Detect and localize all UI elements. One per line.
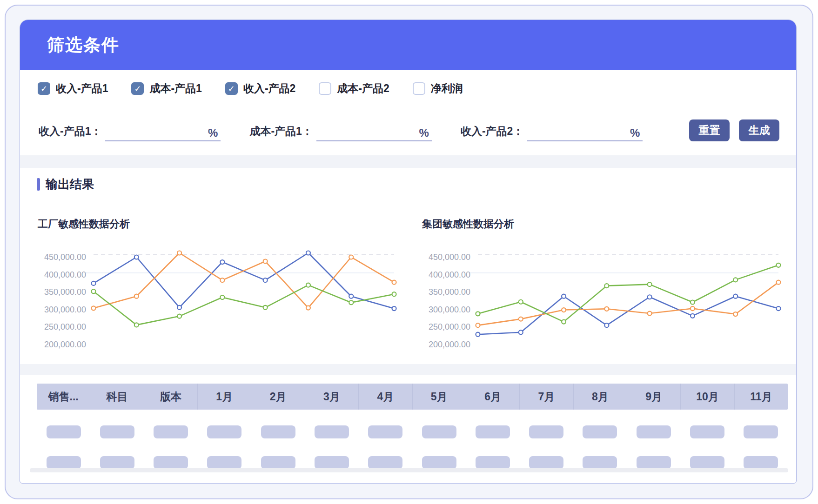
table-header-cell: 8月 [574,384,627,410]
table-cell [680,456,734,469]
svg-text:200,000.00: 200,000.00 [429,340,470,349]
section-divider [20,155,796,168]
placeholder-pill [261,425,295,438]
svg-text:200,000.00: 200,000.00 [44,340,86,349]
table-header-cell: 6月 [466,384,520,410]
table-header-cell: 版本 [144,384,198,410]
percent-input-group: 成本-产品1：% [249,123,431,141]
filter-input-row: 收入-产品1：%成本-产品1：%收入-产品2：% 重置 生成 [39,119,779,141]
table-cell [198,425,251,438]
percent-input-group: 收入-产品2：% [461,123,643,141]
checkbox-unchecked-icon[interactable] [319,82,331,95]
checkbox-checked-icon[interactable]: ✓ [225,82,238,95]
svg-text:300,000.00: 300,000.00 [429,305,470,314]
placeholder-pill [315,425,349,438]
placeholder-pill [637,425,671,438]
table-header-cell: 11月 [735,384,788,410]
table-cell [251,425,305,438]
input-underline: % [105,123,221,141]
filter-panel-header: 筛选条件 [20,20,796,70]
table-cell [520,425,573,438]
checkbox-item[interactable]: ✓收入-产品2 [225,81,295,96]
table-cell [466,456,519,469]
table-cell [37,456,90,469]
table-cell [305,425,358,438]
table-scrollbar[interactable] [30,468,788,472]
percent-suffix: % [419,126,429,139]
table-cell [144,456,198,469]
checkbox-checked-icon[interactable]: ✓ [131,82,144,95]
table-cell [198,456,251,469]
placeholder-pill [100,456,134,469]
input-label: 收入-产品1： [39,124,101,141]
checkbox-checked-icon[interactable]: ✓ [38,82,50,95]
svg-text:250,000.00: 250,000.00 [44,322,86,332]
input-label: 收入-产品2： [461,124,523,141]
table-cell [520,456,573,469]
placeholder-pill [368,456,402,469]
section-accent-bar [37,178,40,191]
table-cell [680,425,734,438]
placeholder-pill [476,425,510,438]
table-header-cell: 科目 [90,384,144,410]
table-cell [573,456,627,469]
placeholder-pill [422,456,456,469]
checkbox-unchecked-icon[interactable] [413,82,425,95]
generate-button[interactable]: 生成 [739,119,779,141]
table-cell [305,456,358,469]
factory-chart-title: 工厂敏感性数据分析 [37,217,405,231]
checkbox-label: 收入-产品1 [56,81,108,96]
table-header-cell: 3月 [305,384,359,410]
table-cell [627,425,680,438]
svg-text:450,000.00: 450,000.00 [44,252,86,262]
checkbox-item[interactable]: 成本-产品2 [319,81,389,96]
table-divider [20,364,796,375]
factory-chart-block: 工厂敏感性数据分析 450,000.00400,000.00350,000.00… [37,217,405,376]
factory-line-chart: 450,000.00400,000.00350,000.00300,000.00… [37,233,405,376]
placeholder-pill [476,456,510,469]
placeholder-pill [690,425,724,438]
placeholder-pill [154,425,188,438]
page: 筛选条件 ✓收入-产品1✓成本-产品1✓收入-产品2成本-产品2净利润 收入-产… [0,0,818,504]
percent-input[interactable] [316,123,432,140]
svg-text:300,000.00: 300,000.00 [44,305,86,314]
table-header-cell: 9月 [627,384,681,410]
main-card: 筛选条件 ✓收入-产品1✓成本-产品1✓收入-产品2成本-产品2净利润 收入-产… [20,20,797,484]
checkbox-item[interactable]: ✓收入-产品1 [38,81,108,96]
group-line-chart: 450,000.00400,000.00350,000.00300,000.00… [421,233,790,376]
percent-input[interactable] [105,123,221,140]
table-header-cell: 2月 [251,384,305,410]
table-cell [412,425,466,438]
group-chart-block: 集团敏感性数据分析 450,000.00400,000.00350,000.00… [421,217,790,376]
table-cell [412,456,466,469]
table-cell [359,425,412,438]
table-cell [359,456,412,469]
group-chart-title: 集团敏感性数据分析 [421,217,790,231]
checkbox-item[interactable]: ✓成本-产品1 [131,81,201,96]
percent-input-group: 收入-产品1：% [39,123,221,141]
reset-button[interactable]: 重置 [689,119,730,141]
svg-text:250,000.00: 250,000.00 [429,322,470,332]
placeholder-pill [47,456,81,469]
placeholder-pill [422,425,456,438]
placeholder-pill [529,425,563,438]
table-header-cell: 1月 [198,384,251,410]
table-header-cell: 7月 [520,384,573,410]
input-underline: % [316,123,432,141]
placeholder-pill [47,425,81,438]
placeholder-pill [744,425,778,438]
percent-suffix: % [208,126,218,139]
checkbox-item[interactable]: 净利润 [413,81,463,96]
table-cell [627,456,680,469]
placeholder-pill [315,456,349,469]
placeholder-pill [261,456,295,469]
table-cell [90,425,144,438]
percent-input[interactable] [527,123,643,140]
table-row [37,456,788,469]
table-cell [734,425,788,438]
svg-text:450,000.00: 450,000.00 [429,252,470,262]
table-header-cell: 4月 [359,384,412,410]
page-title: 筛选条件 [47,33,120,57]
table-cell [251,456,305,469]
filter-actions: 重置 生成 [689,119,779,141]
